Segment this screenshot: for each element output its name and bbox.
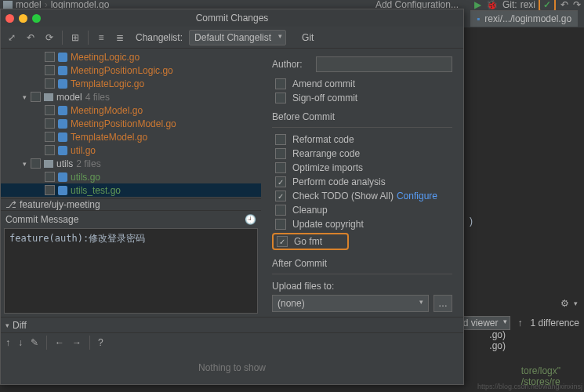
undo-icon[interactable]: ↶ bbox=[24, 31, 37, 44]
copyright-checkbox[interactable] bbox=[275, 219, 286, 230]
configure-link[interactable]: Configure bbox=[397, 191, 437, 201]
expand-all-icon[interactable]: ≡ bbox=[95, 31, 107, 44]
branch-row[interactable]: ⎇ feature/ujy-meeting bbox=[1, 198, 261, 210]
minimize-window-icon[interactable] bbox=[19, 14, 27, 23]
main-toolbar: model › loginmodel.go Add Configuration.… bbox=[0, 0, 584, 9]
go-file-icon bbox=[58, 132, 67, 142]
file-checkbox[interactable] bbox=[45, 65, 55, 75]
tree-file[interactable]: TemplateLogic.go bbox=[1, 77, 261, 90]
author-row: Author: bbox=[272, 56, 452, 72]
optimize-checkbox[interactable] bbox=[275, 162, 286, 173]
go-file-icon bbox=[58, 119, 67, 129]
tree-folder-model[interactable]: ▾model4 files bbox=[1, 90, 261, 103]
todo-checkbox[interactable] bbox=[275, 191, 286, 201]
git-label: Git: bbox=[502, 0, 517, 10]
tree-file[interactable]: util.go bbox=[1, 143, 261, 157]
cleanup-checkbox[interactable] bbox=[275, 205, 286, 216]
file-checkbox[interactable] bbox=[45, 118, 55, 129]
analysis-row[interactable]: Perform code analysis bbox=[272, 176, 452, 187]
amend-row[interactable]: Amend commit bbox=[272, 78, 452, 89]
folder-checkbox[interactable] bbox=[31, 158, 41, 169]
right-panel: Author: Amend commit Sign-off commit Bef… bbox=[261, 49, 463, 317]
prev-file-icon[interactable]: ← bbox=[55, 337, 64, 348]
tree-file[interactable]: TemplateModel.go bbox=[1, 130, 261, 143]
chevron-down-icon[interactable]: ▾ bbox=[23, 93, 31, 101]
go-file-icon bbox=[58, 172, 67, 182]
file-checkbox[interactable] bbox=[45, 105, 55, 115]
tree-file[interactable]: MeetingModel.go bbox=[1, 103, 261, 117]
dialog-title: Commit Changes bbox=[196, 13, 269, 24]
tree-file-selected[interactable]: utils_test.go bbox=[1, 183, 261, 197]
file-checkbox[interactable] bbox=[45, 52, 55, 62]
next-change-icon[interactable]: ↓ bbox=[18, 337, 23, 348]
amend-checkbox[interactable] bbox=[275, 78, 286, 89]
branch-short[interactable]: rexi bbox=[521, 0, 535, 10]
next-file-icon[interactable]: → bbox=[72, 337, 82, 348]
editor-tab[interactable]: ▪ rexi/.../loginmodel.go bbox=[470, 10, 578, 27]
history-icon[interactable]: 🕘 bbox=[245, 214, 256, 225]
analysis-checkbox[interactable] bbox=[275, 176, 286, 187]
commit-message-input[interactable]: feature(auth):修改登录密码 bbox=[4, 228, 258, 314]
divider bbox=[272, 274, 452, 274]
optimize-row[interactable]: Optimize imports bbox=[272, 162, 452, 173]
expand-icon[interactable]: ⤢ bbox=[5, 31, 18, 44]
upload-browse-button[interactable]: … bbox=[433, 295, 452, 312]
window-traffic-lights bbox=[5, 14, 41, 23]
maximize-window-icon[interactable] bbox=[32, 14, 41, 23]
chevron-down-icon[interactable]: ▾ bbox=[23, 160, 31, 168]
reformat-row[interactable]: Reformat code bbox=[272, 134, 452, 145]
folder-checkbox[interactable] bbox=[31, 92, 41, 102]
branch-name: feature/ujy-meeting bbox=[20, 199, 100, 210]
file-checkbox[interactable] bbox=[45, 145, 55, 155]
gear-icon[interactable]: ⚙ bbox=[560, 298, 569, 309]
run-icon[interactable]: ▶ bbox=[474, 0, 481, 10]
gofmt-row[interactable]: Go fmt bbox=[272, 233, 452, 250]
close-window-icon[interactable] bbox=[5, 14, 14, 23]
debug-icon: 🐞 bbox=[486, 0, 498, 10]
rearrange-checkbox[interactable] bbox=[275, 148, 286, 159]
cleanup-row[interactable]: Cleanup bbox=[272, 205, 452, 216]
redo-icon[interactable]: ↷ bbox=[573, 0, 581, 10]
upload-select[interactable]: (none) bbox=[272, 295, 429, 312]
go-file-icon bbox=[58, 79, 67, 89]
diff-settings: ⚙ ▾ bbox=[560, 298, 578, 309]
refresh-icon[interactable]: ⟳ bbox=[43, 31, 56, 44]
go-file-icon bbox=[58, 66, 67, 75]
chevron-down-icon[interactable]: ▾ bbox=[574, 299, 578, 307]
dialog-titlebar[interactable]: Commit Changes bbox=[1, 9, 463, 27]
gofmt-checkbox[interactable] bbox=[277, 236, 288, 247]
copyright-row[interactable]: Update copyright bbox=[272, 219, 452, 230]
go-file-icon bbox=[58, 186, 67, 195]
changelist-label: Changelist: bbox=[136, 32, 183, 43]
group-icon[interactable]: ⊞ bbox=[69, 31, 82, 44]
author-input[interactable] bbox=[316, 56, 452, 72]
chevron-down-icon[interactable]: ▾ bbox=[5, 321, 9, 329]
undo-icon[interactable]: ↶ bbox=[560, 0, 568, 10]
edit-icon[interactable]: ✎ bbox=[31, 337, 38, 348]
help-icon[interactable]: ? bbox=[98, 337, 103, 348]
rearrange-row[interactable]: Rearrange code bbox=[272, 148, 452, 159]
prev-diff-icon[interactable]: ↑ bbox=[518, 318, 523, 328]
diff-label: Diff bbox=[13, 320, 27, 331]
commit-check-icon[interactable]: ✓ bbox=[543, 0, 551, 10]
file-checkbox[interactable] bbox=[45, 132, 55, 142]
reformat-checkbox[interactable] bbox=[275, 134, 286, 145]
tree-file[interactable]: utils.go bbox=[1, 170, 261, 183]
file-checkbox[interactable] bbox=[45, 172, 55, 182]
left-panel: MeetingLogic.go MeetingPositionLogic.go … bbox=[1, 49, 261, 317]
tree-folder-utils[interactable]: ▾utils2 files bbox=[1, 157, 261, 170]
prev-change-icon[interactable]: ↑ bbox=[5, 337, 10, 348]
go-file-icon bbox=[58, 106, 67, 115]
diff-bar[interactable]: ▾ Diff bbox=[1, 317, 463, 332]
tree-file[interactable]: MeetingLogic.go bbox=[1, 50, 261, 64]
collapse-all-icon[interactable]: ≣ bbox=[114, 31, 126, 44]
signoff-row[interactable]: Sign-off commit bbox=[272, 93, 452, 103]
todo-row[interactable]: Check TODO (Show All)Configure bbox=[272, 191, 452, 201]
file-checkbox[interactable] bbox=[45, 185, 55, 195]
changelist-select[interactable]: Default Changelist bbox=[189, 30, 286, 45]
signoff-checkbox[interactable] bbox=[275, 93, 286, 103]
file-checkbox[interactable] bbox=[45, 78, 55, 89]
commit-message-label: Commit Message bbox=[5, 214, 78, 225]
tree-file[interactable]: MeetingPositionLogic.go bbox=[1, 64, 261, 77]
tree-file[interactable]: MeetingPositionModel.go bbox=[1, 117, 261, 130]
